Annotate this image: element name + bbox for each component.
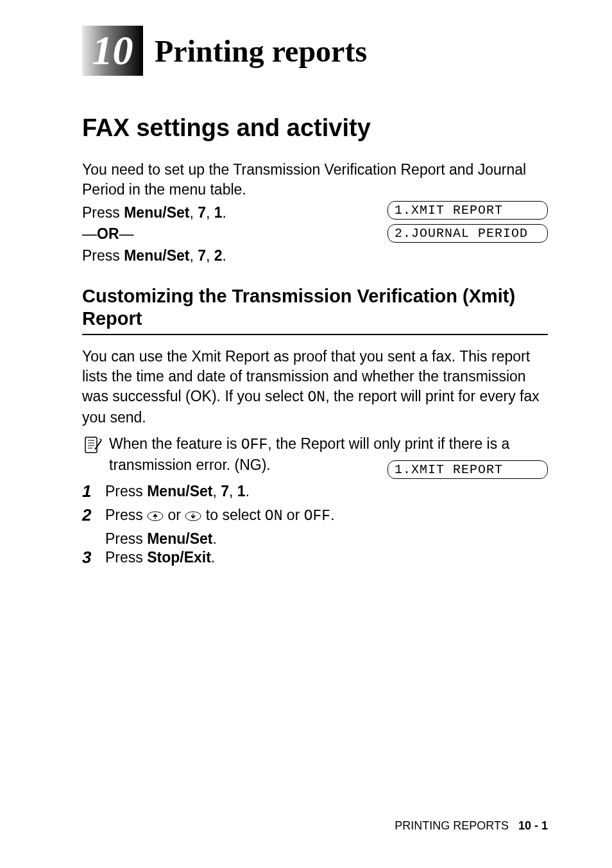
step-text: Press Menu/Set, 7, 1. — [105, 482, 548, 501]
text: , — [212, 483, 221, 499]
key-2: 2 — [214, 247, 223, 264]
step-number: 2 — [82, 505, 105, 525]
step-text: Press or to select ON or OFF. — [105, 505, 548, 526]
dash: — — [119, 225, 134, 242]
step-2: 2 Press or to select ON or OFF. — [82, 505, 548, 526]
footer-page: 10 - 1 — [518, 819, 548, 832]
step-number: 3 — [82, 548, 105, 568]
step-text: Press Stop/Exit. — [105, 548, 548, 568]
off-value: OFF — [241, 437, 268, 453]
chapter-title: Printing reports — [155, 33, 367, 69]
text: . — [246, 483, 250, 499]
section-heading: FAX settings and activity — [82, 114, 548, 142]
down-arrow-icon — [185, 511, 201, 521]
key-7: 7 — [221, 483, 229, 499]
text: . — [212, 530, 216, 547]
svg-point-6 — [155, 517, 156, 519]
on-value: ON — [308, 389, 326, 406]
footer-label: PRINTING REPORTS — [395, 819, 509, 832]
subsection-paragraph: You can use the Xmit Report as proof tha… — [82, 347, 548, 428]
subsection-heading: Customizing the Transmission Verificatio… — [82, 285, 548, 330]
text: , — [189, 247, 198, 264]
step-3: 3 Press Stop/Exit. — [82, 548, 548, 568]
text: Press — [105, 530, 147, 547]
text: Press — [105, 483, 147, 499]
chapter-number: 10 — [92, 27, 133, 74]
text: , — [206, 204, 214, 221]
text: . — [223, 247, 226, 264]
menu-set-key: Menu/Set — [124, 247, 189, 264]
page-footer: PRINTING REPORTS 10 - 1 — [395, 819, 548, 833]
off-value: OFF — [304, 508, 330, 525]
lcd-display-journal: 2.JOURNAL PERIOD — [387, 224, 548, 243]
step-number: 1 — [82, 482, 105, 501]
text: . — [330, 507, 334, 523]
text: , — [206, 247, 214, 264]
intro-paragraph: You need to set up the Transmission Veri… — [82, 160, 548, 200]
lcd-display-xmit-step: 1.XMIT REPORT — [387, 460, 548, 479]
divider — [82, 334, 548, 335]
text: , — [229, 483, 237, 499]
svg-point-8 — [192, 514, 194, 515]
key-7: 7 — [198, 247, 206, 264]
stop-exit-key: Stop/Exit — [147, 549, 211, 566]
text: . — [211, 549, 215, 566]
text: Press — [82, 247, 124, 264]
text: Press — [82, 204, 124, 221]
text: or — [164, 507, 185, 523]
lcd-display-xmit: 1.XMIT REPORT — [387, 201, 548, 220]
text: to select — [201, 507, 264, 523]
chapter-header: 10 Printing reports — [82, 26, 548, 76]
text: Press — [105, 549, 147, 566]
text: , — [189, 204, 198, 221]
or-text: OR — [97, 225, 119, 242]
text: Press — [105, 507, 147, 523]
text: . — [223, 204, 226, 221]
chapter-number-badge: 10 — [82, 26, 143, 76]
press-line-2: Press Menu/Set, 7, 2. — [82, 245, 548, 266]
step-1: 1 Press Menu/Set, 7, 1. — [82, 482, 548, 501]
dash: — — [82, 225, 97, 242]
text: or — [282, 507, 303, 523]
step-2-line2: Press Menu/Set. — [105, 530, 548, 548]
key-7: 7 — [198, 204, 206, 221]
key-1: 1 — [214, 204, 223, 221]
svg-rect-0 — [85, 437, 97, 453]
text: When the feature is — [109, 435, 241, 452]
key-1: 1 — [237, 483, 246, 499]
note-icon — [82, 435, 103, 456]
on-value: ON — [265, 508, 283, 525]
up-arrow-icon — [147, 511, 164, 521]
menu-set-key: Menu/Set — [147, 483, 212, 499]
menu-set-key: Menu/Set — [124, 204, 189, 221]
menu-set-key: Menu/Set — [147, 530, 212, 547]
